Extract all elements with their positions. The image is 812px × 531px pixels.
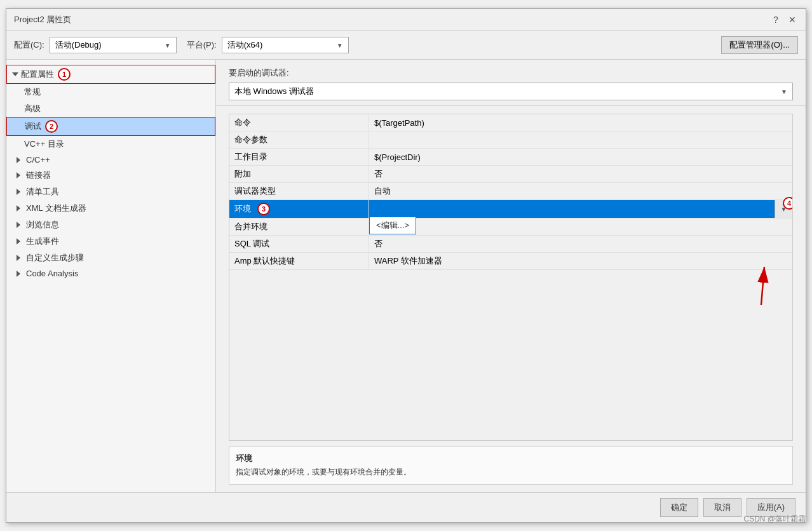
sidebar-item-code-analysis[interactable]: Code Analysis [6,266,215,281]
sidebar-section-header[interactable]: 配置属性 1 [6,65,215,84]
prop-value-merge-env [369,218,792,235]
bottom-buttons: 确定 取消 应用(A) [6,492,806,522]
platform-item: 平台(P): 活动(x64) ▼ [187,37,349,53]
annotation-badge-1: 1 [58,68,71,81]
xml-doc-expand-icon [17,205,24,212]
dialog-title: Project2 属性页 [14,14,71,25]
properties-table: 命令 $(TargetPath) 命令参数 工作目录 $(ProjectDir)… [229,114,793,441]
prop-key-debugger-type: 调试器类型 [229,183,369,199]
prop-key-workdir: 工作目录 [229,149,369,165]
prop-key-command: 命令 [229,114,369,131]
prop-key-attach: 附加 [229,166,369,182]
expand-triangle-icon [12,72,18,76]
close-button[interactable]: ✕ [787,14,798,25]
sidebar-item-build-events[interactable]: 生成事件 [6,233,215,250]
help-button[interactable]: ? [770,14,782,25]
prop-row-amp[interactable]: Amp 默认快捷键 WARP 软件加速器 [229,253,792,270]
code-analysis-expand-icon [17,271,24,277]
config-select-arrow: ▼ [165,42,171,49]
sidebar-item-advanced[interactable]: 高级 [6,100,215,117]
prop-key-args: 命令参数 [229,131,369,148]
sidebar-section-label: 配置属性 [21,69,54,80]
prop-row-sql[interactable]: SQL 调试 否 [229,236,792,253]
config-select[interactable]: 活动(Debug) ▼ [50,37,177,53]
prop-key-env: 环境 3 [229,200,369,218]
prop-row-workdir[interactable]: 工作目录 $(ProjectDir) [229,149,792,166]
project-properties-dialog: Project2 属性页 ? ✕ 配置(C): 活动(Debug) ▼ 平台(P… [6,8,806,523]
config-select-value: 活动(Debug) [55,39,159,51]
prop-row-command[interactable]: 命令 $(TargetPath) [229,114,792,131]
sidebar-item-custom-build[interactable]: 自定义生成步骤 [6,250,215,266]
right-panel: 要启动的调试器: 本地 Windows 调试器 ▼ 命令 $(TargetPat… [216,60,806,492]
info-panel-description: 指定调试对象的环境，或要与现有环境合并的变量。 [236,467,786,478]
prop-row-merge-env[interactable]: 合并环境 [229,218,792,236]
custom-build-expand-icon [17,255,24,261]
info-panel-title: 环境 [236,453,786,464]
prop-key-merge-env: 合并环境 [229,218,369,235]
prop-value-sql: 否 [369,236,792,252]
debugger-section-label: 要启动的调试器: [229,67,793,79]
prop-value-workdir: $(ProjectDir) [369,149,792,165]
sidebar-item-browse-info[interactable]: 浏览信息 [6,217,215,233]
debugger-dropdown-value: 本地 Windows 调试器 [234,86,781,97]
sidebar-item-manifest[interactable]: 清单工具 [6,184,215,200]
platform-label: 平台(P): [187,39,217,51]
config-label: 配置(C): [14,39,44,51]
sidebar-item-vc-dirs[interactable]: VC++ 目录 [6,136,215,152]
prop-value-debugger-type: 自动 [369,183,792,199]
prop-key-sql: SQL 调试 [229,236,369,252]
prop-row-attach[interactable]: 附加 否 [229,166,792,183]
prop-key-amp: Amp 默认快捷键 [229,253,369,269]
config-item: 配置(C): 活动(Debug) ▼ [14,37,177,53]
sidebar-item-linker[interactable]: 链接器 [6,167,215,184]
main-content: 配置属性 1 常规 高级 调试 2 VC++ 目录 C/C++ 链接器 清单工具 [6,60,806,492]
prop-value-args [369,131,792,148]
sidebar: 配置属性 1 常规 高级 调试 2 VC++ 目录 C/C++ 链接器 清单工具 [6,60,216,492]
sidebar-item-debug[interactable]: 调试 2 [6,117,215,136]
prop-value-env: <编辑...> ▼ 4 [369,200,792,218]
sidebar-item-xml-doc[interactable]: XML 文档生成器 [6,200,215,217]
platform-select-arrow: ▼ [337,42,343,49]
sidebar-item-cpp[interactable]: C/C++ [6,152,215,167]
sidebar-item-general[interactable]: 常规 [6,84,215,100]
prop-row-env[interactable]: 环境 3 <编辑...> ▼ 4 [229,200,792,218]
annotation-badge-2: 2 [45,120,58,133]
browse-info-expand-icon [17,222,24,228]
watermark: CSDN @落叶霜霜 [743,514,806,525]
prop-row-debugger-type[interactable]: 调试器类型 自动 [229,183,792,200]
manifest-expand-icon [17,189,24,195]
ok-button[interactable]: 确定 [660,498,698,517]
linker-expand-icon [17,172,24,178]
title-bar: Project2 属性页 ? ✕ [6,9,806,31]
debugger-dropdown[interactable]: 本地 Windows 调试器 ▼ [229,83,793,100]
info-panel: 环境 指定调试对象的环境，或要与现有环境合并的变量。 [229,446,793,485]
annotation-4-area: 4 [779,197,793,210]
build-events-expand-icon [17,238,24,245]
platform-select[interactable]: 活动(x64) ▼ [222,37,349,53]
title-bar-buttons: ? ✕ [770,14,798,25]
config-manager-button[interactable]: 配置管理器(O)... [721,36,798,54]
annotation-badge-4: 4 [783,197,793,210]
env-edit-popup[interactable]: <编辑...> [369,217,416,234]
debugger-dropdown-arrow: ▼ [781,88,787,95]
prop-value-amp: WARP 软件加速器 [369,253,792,269]
annotation-badge-3: 3 [257,203,270,215]
prop-value-command: $(TargetPath) [369,114,792,131]
platform-select-value: 活动(x64) [227,39,332,51]
cancel-button[interactable]: 取消 [703,498,741,517]
prop-value-attach: 否 [369,166,792,182]
toolbar: 配置(C): 活动(Debug) ▼ 平台(P): 活动(x64) ▼ 配置管理… [6,31,806,60]
debugger-section: 要启动的调试器: 本地 Windows 调试器 ▼ [216,60,806,106]
prop-row-args[interactable]: 命令参数 [229,131,792,149]
cpp-expand-icon [17,157,24,163]
